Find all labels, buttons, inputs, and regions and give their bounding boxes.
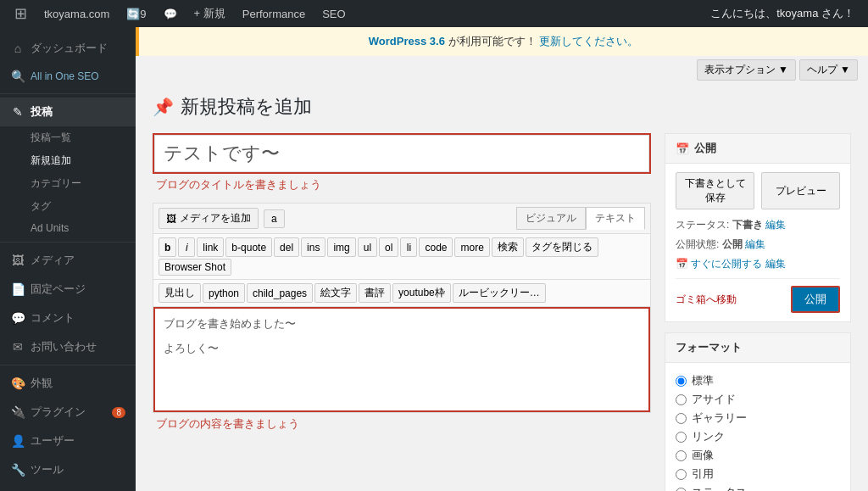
adminbar-seo[interactable]: SEO [315,0,352,27]
adminbar-comments[interactable]: 💬 [157,0,184,27]
sidebar-item-contact[interactable]: ✉ お問い合わせ [0,332,136,361]
format-radio-gallery[interactable] [676,413,687,424]
fmt-bold[interactable]: b [159,237,176,257]
columns-wrapper: ブログのタイトルを書きましょう 🖼 メディアを追加 a [153,133,851,491]
format-option-gallery[interactable]: ギャラリー [676,409,840,427]
sidebar-item-appearance[interactable]: 🎨 外観 [0,369,136,398]
fmt-bquote[interactable]: b-quote [225,237,272,257]
fmt-ins[interactable]: ins [301,237,326,257]
fmt-search[interactable]: 検索 [492,237,524,257]
format-radio-quote[interactable] [676,469,687,480]
format-box: フォーマット 標準 アサイド [665,332,851,491]
format-toolbar-row1: b i link b-quote del ins img ul ol li co… [153,234,650,280]
adminbar-performance[interactable]: Performance [236,0,312,27]
content-wrapper: ブログを書き始めました〜 よろしく〜 [153,307,650,412]
wp-logo-icon[interactable]: ⊞ [7,0,34,27]
fmt-ul[interactable]: ul [358,237,377,257]
fmt-close-tag[interactable]: タグを閉じる [526,237,598,257]
updates-count-icon: 🔄 [126,8,140,20]
comments-icon: 💬 [164,8,177,20]
format-option-status[interactable]: ステータス [676,483,840,491]
sidebar-item-plugins[interactable]: 🔌 プラグイン 8 [0,398,136,427]
sidebar-item-users[interactable]: 👤 ユーザー [0,427,136,455]
fmt-child-pages[interactable]: child_pages [247,283,313,303]
fmt-heading[interactable]: 見出し [159,283,201,303]
sidebar-subitem-posts-list[interactable]: 投稿一覧 [0,126,136,149]
page-body: 📌 新規投稿を追加 ブログのタイトルを書きましょう [136,84,868,491]
fmt-del[interactable]: del [274,237,299,257]
fmt-emoji[interactable]: 絵文字 [314,283,357,303]
format-option-standard[interactable]: 標準 [676,371,840,390]
fmt-img[interactable]: img [327,237,355,257]
sidebar-item-dashboard[interactable]: ⌂ ダッシュボード [0,34,136,63]
format-option-quote[interactable]: 引用 [676,465,840,483]
adminbar-updates[interactable]: 🔄 9 [120,0,153,27]
sidebar-subitem-posts-new[interactable]: 新規追加 [0,149,136,172]
sidebar-item-media[interactable]: 🖼 メディア [0,246,136,275]
publish-button[interactable]: 公開 [791,286,840,313]
fmt-rubik[interactable]: ルービックリー… [453,283,546,303]
publish-box-content: 下書きとして保存 プレビュー ステータス: 下書き 編集 公開状態: 公開 [665,164,850,321]
sidebar-subitem-tags[interactable]: タグ [0,195,136,218]
plugins-icon: 🔌 [10,405,25,419]
format-radio-standard[interactable] [676,376,687,387]
format-option-aside[interactable]: アサイド [676,390,840,409]
sidebar-item-tools[interactable]: 🔧 ツール [0,455,136,484]
adminbar-new[interactable]: + 新規 [187,0,232,27]
publish-title-icon: 📅 [676,142,689,155]
post-title-input[interactable] [154,135,649,172]
schedule-link[interactable]: すぐに公開する [691,258,762,270]
format-option-link[interactable]: リンク [676,427,840,446]
main-content: WordPress 3.6 が利用可能です！ 更新してください。 表示オプション… [136,27,868,491]
trash-link[interactable]: ゴミ箱へ移動 [676,293,737,307]
format-radio-aside[interactable] [676,394,687,405]
format-radio-link[interactable] [676,432,687,443]
fmt-browser-shot[interactable]: Browser Shot [159,259,231,276]
sidebar-item-aioseo[interactable]: 🔍 All in One SEO [0,63,136,90]
status-edit-link[interactable]: 編集 [765,219,786,231]
fmt-more[interactable]: more [454,237,489,257]
format-radio-status[interactable] [676,488,687,492]
help-button[interactable]: ヘルプ ▼ [799,59,858,81]
adminbar-site[interactable]: tkoyama.com [37,0,116,27]
sidebar-item-settings[interactable]: ⚙ 設定 [0,484,136,491]
tab-visual[interactable]: ビジュアル [516,207,586,230]
fmt-youtube[interactable]: youtube枠 [392,283,451,303]
sidebar-item-comments[interactable]: 💬 コメント [0,304,136,332]
sidebar-subitem-ad-units[interactable]: Ad Units [0,218,136,238]
editor-tabs: ビジュアル テキスト [516,207,645,230]
adminbar-right: こんにちは、tkoyama さん！ [704,0,861,27]
fmt-python[interactable]: python [203,283,245,303]
preview-button[interactable]: プレビュー [761,172,840,209]
fmt-book-review[interactable]: 書評 [359,283,391,303]
display-options-button[interactable]: 表示オプション ▼ [697,59,796,81]
editor-content[interactable]: ブログを書き始めました〜 よろしく〜 [155,309,648,410]
sidebar-item-pages[interactable]: 📄 固定ページ [0,275,136,304]
update-action-link[interactable]: 更新してください。 [539,35,638,47]
format-option-image[interactable]: 画像 [676,446,840,465]
amazon-button[interactable]: a [264,209,285,228]
title-field-wrapper [153,133,651,174]
status-info: ステータス: 下書き 編集 [676,218,840,232]
visibility-edit-link[interactable]: 編集 [745,238,765,250]
appearance-icon: 🎨 [10,377,25,390]
sidebar-item-posts[interactable]: ✎ 投稿 [0,98,136,126]
users-icon: 👤 [10,434,25,448]
editor-top-left: 🖼 メディアを追加 a [159,208,285,229]
aioseo-icon: 🔍 [10,70,25,83]
fmt-li[interactable]: li [400,237,417,257]
add-media-button[interactable]: 🖼 メディアを追加 [159,208,259,229]
update-link[interactable]: WordPress 3.6 [369,35,445,47]
save-preview-row: 下書きとして保存 プレビュー [676,172,840,209]
publish-box-header: 📅 公開 [665,134,850,164]
comments-menu-icon: 💬 [10,311,25,325]
fmt-italic[interactable]: i [178,237,195,257]
schedule-edit-link[interactable]: 編集 [765,258,786,270]
save-draft-button[interactable]: 下書きとして保存 [676,172,754,209]
format-radio-image[interactable] [676,450,687,461]
fmt-code[interactable]: code [419,237,453,257]
tab-text[interactable]: テキスト [586,207,645,230]
fmt-ol[interactable]: ol [379,237,398,257]
fmt-link[interactable]: link [197,237,224,257]
sidebar-subitem-categories[interactable]: カテゴリー [0,172,136,195]
